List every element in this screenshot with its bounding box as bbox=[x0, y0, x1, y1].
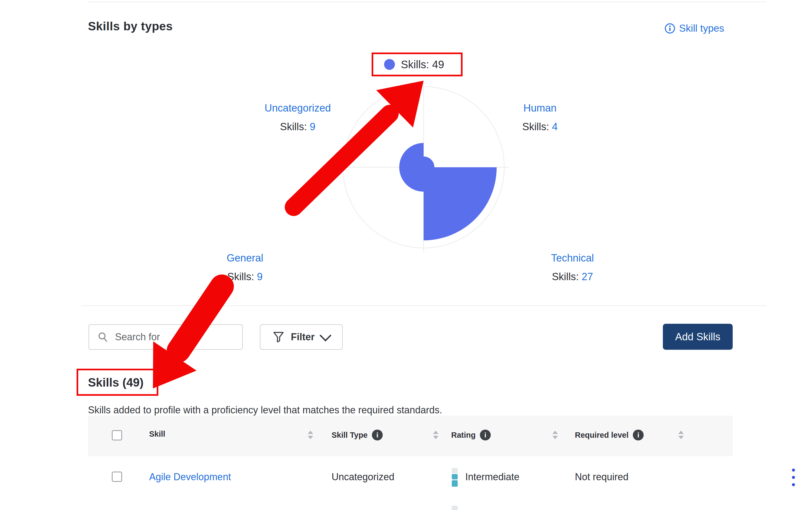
chart-label-technical: Technical Skills: 27 bbox=[516, 252, 629, 283]
column-label: Skill bbox=[149, 430, 165, 438]
add-skills-button[interactable]: Add Skills bbox=[663, 324, 733, 350]
sort-desc-icon bbox=[433, 436, 438, 439]
funnel-icon bbox=[273, 331, 284, 343]
count-prefix: Skills: bbox=[552, 271, 579, 282]
technical-link[interactable]: Technical bbox=[516, 252, 629, 264]
technical-count[interactable]: 27 bbox=[582, 271, 593, 282]
rating-segment bbox=[452, 474, 458, 479]
skills-section-description: Skills added to profile with a proficien… bbox=[88, 404, 442, 416]
column-header-rating[interactable]: Rating bbox=[451, 430, 491, 441]
column-header-required-level[interactable]: Required level bbox=[575, 430, 644, 441]
page-title: Skills by types bbox=[88, 20, 173, 33]
rating-segment bbox=[452, 480, 458, 487]
general-count[interactable]: 9 bbox=[257, 271, 263, 282]
skills-page: Skills by types Skill types Skills: 49 U… bbox=[0, 0, 812, 510]
chart-label-general: General Skills: 9 bbox=[188, 252, 302, 283]
column-label: Rating bbox=[451, 431, 475, 440]
chevron-down-icon bbox=[319, 330, 331, 341]
table-row-partial bbox=[88, 498, 733, 510]
sort-desc-icon bbox=[678, 436, 684, 439]
sort-asc-icon bbox=[308, 431, 313, 434]
skill-types-label: Skill types bbox=[679, 23, 724, 34]
sort-required-level-control[interactable] bbox=[678, 431, 684, 439]
skills-polar-chart bbox=[342, 86, 505, 249]
row-actions-kebab-menu[interactable] bbox=[790, 467, 796, 488]
rating-gauge-icon bbox=[452, 506, 458, 510]
rating-cell: Intermediate bbox=[465, 471, 519, 483]
chart-label-human: Human Skills: 4 bbox=[483, 102, 597, 133]
search-icon bbox=[97, 331, 109, 343]
search-input[interactable] bbox=[115, 331, 219, 343]
column-header-skill-type[interactable]: Skill Type bbox=[331, 430, 383, 441]
kebab-dot bbox=[792, 476, 795, 479]
required-level-info-icon[interactable] bbox=[633, 430, 644, 441]
chart-legend[interactable]: Skills: 49 bbox=[372, 53, 463, 76]
required-level-cell: Not required bbox=[575, 471, 629, 483]
rating-segment bbox=[452, 468, 458, 473]
rating-gauge-icon bbox=[452, 468, 458, 487]
human-count[interactable]: 4 bbox=[552, 121, 557, 132]
skills-count-heading: Skills (49) bbox=[88, 376, 143, 389]
column-header-skill[interactable]: Skill bbox=[149, 430, 165, 438]
select-all-checkbox[interactable] bbox=[112, 430, 122, 441]
chart-wedge-uncategorized[interactable] bbox=[399, 143, 424, 167]
skill-types-link[interactable]: Skill types bbox=[665, 23, 724, 34]
count-prefix: Skills: bbox=[522, 121, 549, 132]
chart-label-uncategorized: Uncategorized Skills: 9 bbox=[241, 102, 354, 133]
table-header: Skill Skill Type Rating bbox=[88, 416, 733, 457]
info-icon bbox=[665, 23, 675, 34]
sort-skill-control[interactable] bbox=[308, 431, 313, 439]
legend-swatch-icon bbox=[384, 59, 395, 70]
count-prefix: Skills: bbox=[280, 121, 307, 132]
chart-wedges bbox=[399, 143, 497, 240]
sort-rating-control[interactable] bbox=[552, 431, 558, 439]
table-row: Agile Development Uncategorized Intermed… bbox=[88, 456, 733, 498]
chart-wedge-general[interactable] bbox=[399, 167, 424, 192]
column-label: Skill Type bbox=[331, 431, 368, 440]
sort-skill-type-control[interactable] bbox=[433, 431, 438, 439]
sort-desc-icon bbox=[552, 436, 558, 439]
human-link[interactable]: Human bbox=[483, 102, 597, 114]
column-label: Required level bbox=[575, 431, 629, 440]
kebab-dot bbox=[792, 483, 795, 486]
search-box bbox=[88, 324, 243, 350]
rating-info-icon[interactable] bbox=[480, 430, 491, 441]
count-prefix: Skills: bbox=[227, 271, 254, 282]
chart-wedge-technical[interactable] bbox=[424, 167, 497, 240]
skill-type-cell: Uncategorized bbox=[331, 471, 394, 483]
sort-asc-icon bbox=[433, 431, 438, 434]
general-link[interactable]: General bbox=[188, 252, 302, 264]
chart-wedge-human[interactable] bbox=[424, 157, 434, 167]
row-checkbox[interactable] bbox=[112, 472, 122, 482]
sort-asc-icon bbox=[678, 431, 684, 434]
top-divider bbox=[88, 2, 766, 2]
section-divider bbox=[81, 305, 766, 306]
legend-label: Skills: 49 bbox=[401, 58, 444, 70]
skill-type-info-icon[interactable] bbox=[372, 430, 383, 441]
sort-desc-icon bbox=[308, 436, 313, 439]
uncategorized-count[interactable]: 9 bbox=[310, 121, 315, 132]
sort-asc-icon bbox=[552, 431, 558, 434]
uncategorized-link[interactable]: Uncategorized bbox=[241, 102, 354, 114]
filter-button[interactable]: Filter bbox=[260, 324, 343, 350]
kebab-dot bbox=[792, 469, 795, 472]
skill-name-link[interactable]: Agile Development bbox=[149, 471, 231, 483]
filter-label: Filter bbox=[291, 331, 315, 343]
